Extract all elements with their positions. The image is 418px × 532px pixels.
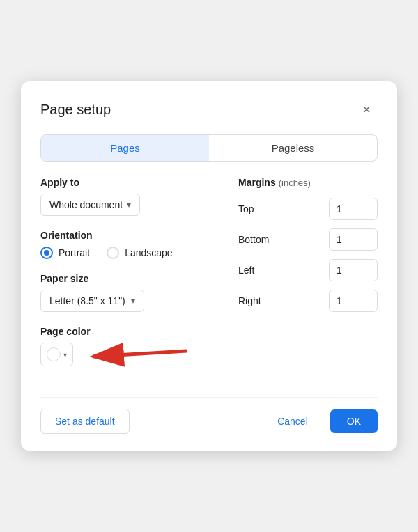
paper-size-label: Paper size <box>40 273 224 284</box>
ok-button[interactable]: OK <box>330 409 378 433</box>
margin-bottom-input[interactable] <box>329 228 378 251</box>
dialog-header: Page setup × <box>40 98 378 120</box>
apply-to-dropdown[interactable]: Whole document ▾ <box>40 194 140 216</box>
dialog-title: Page setup <box>40 102 111 118</box>
margin-row-right: Right <box>238 290 378 312</box>
dialog-footer: Set as default Cancel OK <box>40 397 378 434</box>
margin-left-label: Left <box>238 265 277 276</box>
color-swatch <box>47 347 61 361</box>
left-column: Apply to Whole document ▾ Orientation Po… <box>40 177 238 380</box>
tab-pageless[interactable]: Pageless <box>209 135 377 161</box>
cancel-button[interactable]: Cancel <box>263 409 322 433</box>
orientation-radio-group: Portrait Landscape <box>40 247 224 259</box>
apply-to-label: Apply to <box>40 177 224 188</box>
paper-size-arrow-icon: ▾ <box>131 296 135 306</box>
page-color-label: Page color <box>40 326 224 337</box>
right-column: Margins (inches) Top Bottom Left Right <box>238 177 378 380</box>
margin-left-input[interactable] <box>329 259 378 281</box>
paper-size-dropdown[interactable]: Letter (8.5" x 11") ▾ <box>40 290 144 312</box>
margins-unit: (inches) <box>279 178 311 188</box>
margin-row-bottom: Bottom <box>238 228 378 251</box>
orientation-landscape-option[interactable]: Landscape <box>107 247 173 259</box>
orientation-label: Orientation <box>40 230 224 241</box>
margin-bottom-label: Bottom <box>238 234 277 245</box>
close-button[interactable]: × <box>355 98 378 120</box>
page-color-section: Page color ▾ <box>40 326 224 366</box>
apply-to-arrow-icon: ▾ <box>127 200 131 210</box>
margin-right-label: Right <box>238 295 277 306</box>
main-content: Apply to Whole document ▾ Orientation Po… <box>40 177 378 380</box>
paper-size-section: Paper size Letter (8.5" x 11") ▾ <box>40 273 224 312</box>
landscape-radio-circle <box>107 247 119 259</box>
margin-row-top: Top <box>238 198 378 220</box>
color-arrow-icon: ▾ <box>63 351 67 359</box>
page-setup-dialog: Page setup × Pages Pageless Apply to Who… <box>21 81 397 451</box>
margin-row-left: Left <box>238 259 378 281</box>
svg-line-1 <box>93 351 187 357</box>
footer-actions: Cancel OK <box>263 409 378 433</box>
page-color-arrow-container: ▾ <box>40 343 73 366</box>
paper-size-value: Letter (8.5" x 11") <box>49 295 125 306</box>
page-color-button[interactable]: ▾ <box>40 343 73 366</box>
margins-label: Margins <box>238 177 276 188</box>
tabs-container: Pages Pageless <box>40 134 378 162</box>
orientation-portrait-option[interactable]: Portrait <box>40 247 90 259</box>
apply-to-value: Whole document <box>49 199 123 210</box>
portrait-label: Portrait <box>59 247 90 258</box>
tab-pages[interactable]: Pages <box>41 135 209 161</box>
apply-to-section: Apply to Whole document ▾ <box>40 177 224 216</box>
landscape-label: Landscape <box>125 247 173 258</box>
margin-top-label: Top <box>238 203 277 214</box>
margin-right-input[interactable] <box>329 290 378 312</box>
portrait-radio-circle <box>40 247 53 259</box>
orientation-section: Orientation Portrait Landscape <box>40 230 224 259</box>
margins-header: Margins (inches) <box>238 177 378 188</box>
set-as-default-button[interactable]: Set as default <box>40 409 130 434</box>
margin-top-input[interactable] <box>329 198 378 220</box>
red-arrow-annotation <box>79 337 190 379</box>
